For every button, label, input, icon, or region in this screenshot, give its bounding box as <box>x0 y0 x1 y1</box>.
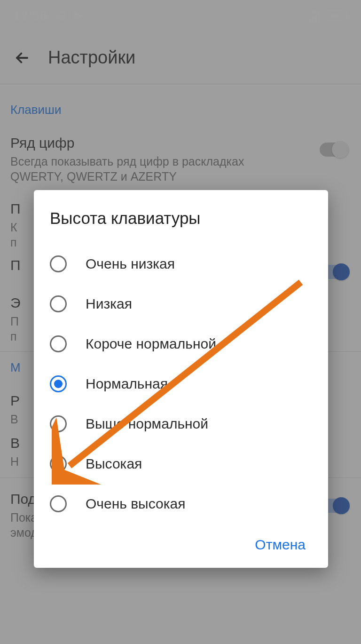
option-0[interactable]: Очень низкая <box>50 244 312 284</box>
radio-icon <box>50 375 67 392</box>
option-2[interactable]: Короче нормальной <box>50 324 312 364</box>
option-3[interactable]: Нормальная <box>50 364 312 404</box>
option-1[interactable]: Низкая <box>50 284 312 324</box>
option-label: Высокая <box>86 456 142 472</box>
dialog-options: Очень низкаяНизкаяКороче нормальнойНорма… <box>50 244 312 524</box>
radio-icon <box>50 495 67 512</box>
dialog-title: Высота клавиатуры <box>50 209 312 228</box>
option-label: Очень низкая <box>86 256 175 272</box>
option-label: Очень высокая <box>86 496 185 512</box>
option-label: Нормальная <box>86 376 168 392</box>
radio-icon <box>50 255 67 272</box>
option-6[interactable]: Очень высокая <box>50 484 312 524</box>
option-label: Низкая <box>86 296 132 312</box>
screen: { "status": { "time": "12:58", "network"… <box>0 0 361 644</box>
keyboard-height-dialog: Высота клавиатуры Очень низкаяНизкаяКоро… <box>34 190 328 568</box>
option-label: Выше нормальной <box>86 416 208 432</box>
radio-icon <box>50 415 67 432</box>
option-label: Короче нормальной <box>86 336 216 352</box>
radio-icon <box>50 295 67 312</box>
radio-icon <box>50 455 67 472</box>
radio-icon <box>50 335 67 352</box>
option-4[interactable]: Выше нормальной <box>50 404 312 444</box>
option-5[interactable]: Высокая <box>50 444 312 484</box>
cancel-button[interactable]: Отмена <box>252 532 308 557</box>
